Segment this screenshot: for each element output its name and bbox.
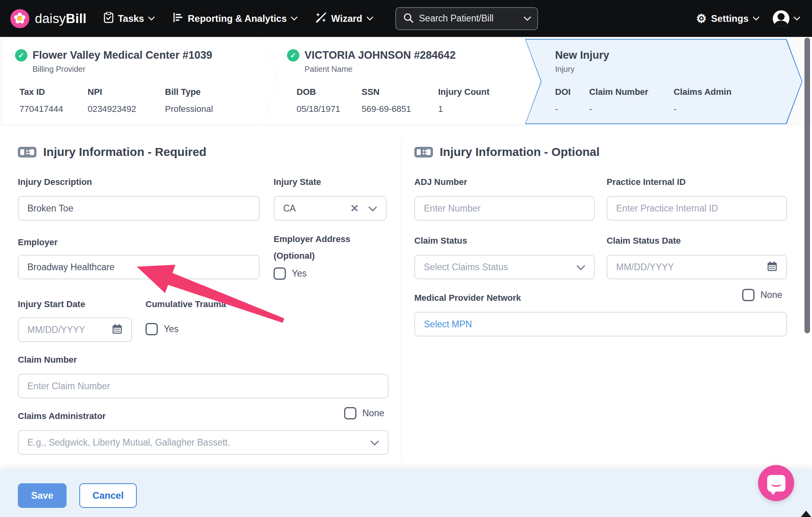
adj-number-label: ADJ Number: [414, 177, 467, 187]
step-subtitle: Patient Name: [304, 65, 540, 74]
step-patient[interactable]: ✓ VICTORIA JOHNSON #284642 Patient Name …: [262, 39, 540, 124]
chevron-down-icon: [368, 206, 377, 211]
brand-logo[interactable]: ✿ daisyBill: [10, 9, 86, 28]
injury-description-input[interactable]: [18, 196, 260, 221]
nav-reporting-label: Reporting & Analytics: [188, 13, 287, 24]
mpn-label: Medical Provider Network: [414, 293, 521, 303]
chevron-down-icon: [148, 17, 155, 21]
nav-tasks[interactable]: Tasks: [104, 12, 155, 25]
stat-value: -: [555, 104, 589, 114]
injury-description-label: Injury Description: [18, 177, 92, 187]
nav-account[interactable]: [773, 10, 800, 27]
chevron-down-icon: [576, 265, 585, 270]
check-icon: ✓: [287, 49, 299, 62]
practice-internal-id-input[interactable]: [607, 196, 787, 221]
daisy-center-dot: [18, 16, 22, 21]
claim-status-label: Claim Status: [414, 236, 467, 246]
stat-value: Professional: [165, 104, 213, 114]
step-billing-provider[interactable]: ✓ Flower Valley Medical Center #1039 Bil…: [3, 39, 278, 124]
injury-state-select[interactable]: CA ✕: [274, 196, 387, 221]
nav-wizard[interactable]: Wizard: [316, 12, 373, 25]
claims-administrator-none-row: None: [344, 407, 384, 419]
bandage-icon: [414, 147, 433, 158]
scroll-arrow-icon[interactable]: [801, 511, 811, 517]
calendar-icon[interactable]: [767, 261, 778, 273]
mpn-none-checkbox[interactable]: [742, 289, 755, 301]
stat-label: Claims Admin: [674, 87, 732, 97]
step-title: VICTORIA JOHNSON #284642: [304, 49, 456, 62]
stat-value: -: [674, 104, 732, 114]
claim-status-select[interactable]: Select Claims Status: [414, 255, 595, 279]
optional-section-header: Injury Information - Optional: [414, 145, 599, 159]
chevron-down-icon: [291, 17, 297, 21]
injury-state-value: CA: [283, 203, 350, 214]
stat-label: Tax ID: [19, 87, 88, 97]
claim-number-label: Claim Number: [18, 355, 77, 365]
employer-input[interactable]: [18, 255, 260, 279]
cumulative-trauma-label: Cumulative Trauma: [146, 299, 226, 309]
chat-launcher-button[interactable]: [758, 465, 794, 501]
claim-number-input[interactable]: [18, 374, 389, 398]
save-button[interactable]: Save: [18, 483, 67, 508]
employer-address-yes-label: Yes: [292, 268, 307, 279]
stat-label: DOI: [555, 87, 589, 97]
cumulative-trauma-yes-row: Yes: [146, 323, 179, 335]
nav-tasks-label: Tasks: [118, 13, 144, 24]
employer-address-yes-checkbox[interactable]: [274, 267, 286, 280]
cumulative-trauma-yes-label: Yes: [164, 324, 179, 334]
claim-status-date-input[interactable]: MM/DD/YYYY: [607, 255, 787, 279]
optional-section-title: Injury Information - Optional: [440, 145, 599, 159]
chevron-down-icon: [370, 440, 379, 445]
employer-label: Employer: [18, 237, 57, 248]
daisy-logo-icon: ✿: [10, 9, 29, 28]
injury-state-label: Injury State: [274, 177, 321, 187]
mpn-select[interactable]: Select MPN: [414, 312, 787, 336]
check-icon: ✓: [15, 49, 27, 62]
search-patient-bill[interactable]: Search Patient/Bill: [395, 7, 538, 30]
nav-settings[interactable]: ⚙ Settings: [696, 13, 759, 25]
injury-start-date-input[interactable]: MM/DD/YYYY: [18, 317, 132, 342]
gear-icon: ⚙: [696, 13, 707, 25]
stat-value: 05/18/1971: [297, 104, 362, 114]
claims-administrator-none-checkbox[interactable]: [344, 407, 356, 419]
step-title: New Injury: [555, 49, 609, 62]
practice-internal-id-label: Practice Internal ID: [607, 177, 686, 187]
adj-number-input[interactable]: [414, 196, 595, 221]
injury-form: Injury Information - Required Injury Des…: [0, 126, 812, 469]
user-avatar-icon: [773, 10, 789, 27]
claims-administrator-label: Claims Administrator: [18, 411, 106, 421]
stat-value: 1: [438, 104, 490, 114]
nav-reporting[interactable]: Reporting & Analytics: [173, 12, 297, 25]
vertical-scrollbar[interactable]: [804, 38, 810, 333]
search-icon: [403, 13, 414, 25]
cumulative-trauma-yes-checkbox[interactable]: [146, 323, 158, 335]
stat-label: Claim Number: [589, 87, 674, 97]
brand-name: daisyBill: [35, 11, 86, 26]
injury-start-date-placeholder: MM/DD/YYYY: [27, 325, 112, 335]
step-title: Flower Valley Medical Center #1039: [33, 49, 212, 62]
claim-status-date-label: Claim Status Date: [607, 236, 681, 246]
cancel-button[interactable]: Cancel: [79, 483, 137, 508]
claim-status-placeholder: Select Claims Status: [424, 262, 576, 273]
claims-administrator-select[interactable]: E.g., Sedgwick, Liberty Mutual, Gallaghe…: [18, 430, 389, 455]
stat-label: NPI: [88, 87, 165, 97]
step-new-injury-active[interactable]: New Injury Injury DOI- Claim Number- Cla…: [525, 39, 802, 124]
required-section-header: Injury Information - Required: [18, 145, 207, 159]
chat-bubble-icon: [767, 475, 785, 492]
calendar-icon[interactable]: [112, 324, 123, 336]
stat-label: Injury Count: [438, 87, 490, 97]
claims-administrator-none-label: None: [362, 408, 384, 419]
employer-address-label: Employer Address: [274, 234, 350, 244]
employer-address-yes-row: Yes: [274, 267, 307, 280]
wizard-icon: [316, 12, 327, 25]
step-subtitle: Billing Provider: [33, 65, 278, 74]
step-subtitle: Injury: [555, 65, 802, 74]
bandage-icon: [18, 147, 36, 158]
claims-administrator-placeholder: E.g., Sedgwick, Liberty Mutual, Gallaghe…: [27, 437, 370, 448]
clear-x-icon[interactable]: ✕: [350, 202, 359, 215]
stat-label: Bill Type: [165, 87, 213, 97]
mpn-none-row: None: [742, 289, 782, 301]
stat-value: 770417444: [19, 104, 88, 114]
tasks-icon: [104, 12, 113, 25]
context-stepper: ✓ Flower Valley Medical Center #1039 Bil…: [0, 37, 812, 126]
